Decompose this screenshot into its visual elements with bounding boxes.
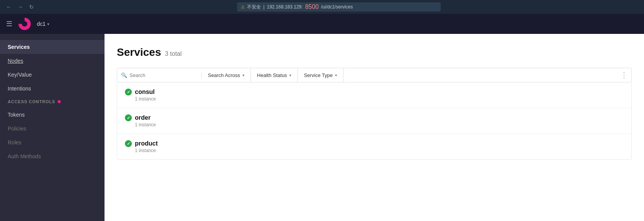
service-name-row: product xyxy=(125,140,624,147)
health-check-icon xyxy=(125,114,132,121)
security-warning-icon: ⚠ xyxy=(241,5,245,10)
sidebar-item-intentions[interactable]: Intentions xyxy=(0,82,105,95)
health-status-chevron-icon: ▾ xyxy=(289,73,291,77)
app: ☰ dc1 ▾ Services Nodes Key/Value Intenti… xyxy=(0,14,644,221)
dc-selector[interactable]: dc1 ▾ xyxy=(37,21,49,27)
search-input[interactable] xyxy=(129,72,191,78)
more-options-icon: ⋮ xyxy=(621,71,627,79)
service-name-row: order xyxy=(125,114,624,121)
reload-button[interactable]: ↻ xyxy=(28,3,35,11)
sidebar-item-roles[interactable]: Roles xyxy=(0,136,105,149)
content-area: Services 3 total 🔍 Search Across ▾ Healt… xyxy=(105,34,644,221)
sidebar-item-keyvalue[interactable]: Key/Value xyxy=(0,68,105,82)
page-title: Services xyxy=(117,46,161,59)
sidebar-item-policies[interactable]: Policies xyxy=(0,122,105,136)
access-controls-alert-dot xyxy=(58,100,61,103)
url-bar[interactable]: ⚠ 不安全 | 192.168.183.129:8500/ui/dc1/serv… xyxy=(237,2,440,12)
sidebar: Services Nodes Key/Value Intentions ACCE… xyxy=(0,34,105,221)
browser-bar: ← → ↻ ⚠ 不安全 | 192.168.183.129:8500/ui/dc… xyxy=(0,0,644,14)
search-icon: 🔍 xyxy=(121,72,127,78)
dc-chevron-icon: ▾ xyxy=(47,22,49,26)
table-row[interactable]: order 1 instance xyxy=(117,108,631,134)
service-type-button[interactable]: Service Type ▾ xyxy=(298,68,344,82)
page-header: Services 3 total xyxy=(117,46,632,59)
search-across-button[interactable]: Search Across ▾ xyxy=(202,68,251,82)
logo xyxy=(18,18,31,30)
hamburger-icon[interactable]: ☰ xyxy=(6,20,12,28)
sidebar-item-nodes[interactable]: Nodes xyxy=(0,54,105,68)
search-input-wrap: 🔍 xyxy=(117,72,202,78)
service-name: product xyxy=(135,140,158,147)
service-list: consul 1 instance order 1 instance produ… xyxy=(117,82,632,160)
main-layout: Services Nodes Key/Value Intentions ACCE… xyxy=(0,34,644,221)
health-check-icon xyxy=(125,89,132,95)
page-count: 3 total xyxy=(165,50,182,57)
url-separator: | xyxy=(263,4,264,10)
table-row[interactable]: product 1 instance xyxy=(117,134,631,159)
logo-inner xyxy=(22,21,27,27)
table-row[interactable]: consul 1 instance xyxy=(117,82,631,108)
service-instance-count: 1 instance xyxy=(125,122,624,127)
service-instance-count: 1 instance xyxy=(125,148,624,153)
sidebar-item-auth-methods[interactable]: Auth Methods xyxy=(0,149,105,163)
back-button[interactable]: ← xyxy=(5,3,13,11)
access-controls-section: ACCESS CONTROLS xyxy=(0,95,105,108)
search-across-chevron-icon: ▾ xyxy=(242,73,244,77)
url-prefix: 192.168.183.129: xyxy=(267,4,302,10)
more-options-button[interactable]: ⋮ xyxy=(617,71,631,79)
service-type-label: Service Type xyxy=(304,72,333,78)
service-type-chevron-icon: ▾ xyxy=(335,73,337,77)
filter-bar: 🔍 Search Across ▾ Health Status ▾ Servic… xyxy=(117,68,632,82)
access-controls-label: ACCESS CONTROLS xyxy=(8,99,55,104)
insecure-label: 不安全 xyxy=(247,4,261,10)
health-status-button[interactable]: Health Status ▾ xyxy=(251,68,298,82)
health-status-label: Health Status xyxy=(257,72,287,78)
service-name: order xyxy=(135,114,151,121)
url-port: 8500 xyxy=(305,3,319,10)
sidebar-item-services[interactable]: Services xyxy=(0,40,105,54)
dc-label: dc1 xyxy=(37,21,46,27)
service-name-row: consul xyxy=(125,89,624,95)
forward-button[interactable]: → xyxy=(16,3,25,11)
service-instance-count: 1 instance xyxy=(125,96,624,102)
sidebar-item-tokens[interactable]: Tokens xyxy=(0,108,105,122)
top-nav: ☰ dc1 ▾ xyxy=(0,14,644,34)
logo-circle xyxy=(18,18,31,30)
service-name: consul xyxy=(135,89,155,95)
health-check-icon xyxy=(125,140,132,147)
search-across-label: Search Across xyxy=(208,72,240,78)
url-path: /ui/dc1/services xyxy=(321,4,353,10)
